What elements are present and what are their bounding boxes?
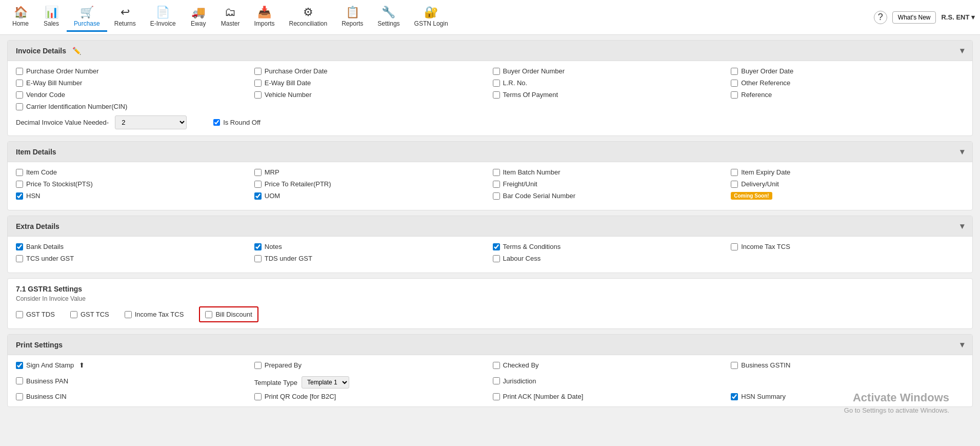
checkbox-business-gstin[interactable] — [731, 362, 738, 369]
field-prepared-by[interactable]: Prepared By — [254, 361, 488, 369]
invoice-details-header[interactable]: Invoice Details ✏️ ▾ — [8, 41, 972, 61]
checkbox-item-code[interactable] — [16, 169, 23, 176]
checkbox-business-cin[interactable] — [16, 393, 23, 400]
nav-eway[interactable]: 🚚 Eway — [183, 3, 214, 32]
field-lr-no[interactable]: L.R. No. — [493, 79, 726, 87]
checkbox-vehicle-number[interactable] — [254, 91, 262, 99]
field-gst-tcs[interactable]: GST TCS — [70, 311, 109, 318]
field-labour-cess[interactable]: Labour Cess — [493, 255, 726, 262]
checkbox-jurisdiction[interactable] — [493, 377, 500, 384]
field-checked-by[interactable]: Checked By — [493, 361, 726, 369]
checkbox-item-batch-number[interactable] — [493, 169, 500, 176]
extra-details-header[interactable]: Extra Details ▾ — [8, 216, 972, 237]
field-business-cin[interactable]: Business CIN — [16, 393, 249, 400]
item-details-header[interactable]: Item Details ▾ — [8, 142, 972, 162]
field-buyer-order-date[interactable]: Buyer Order Date — [731, 67, 964, 75]
whats-new-button[interactable]: What's New — [892, 11, 936, 24]
field-hsn[interactable]: HSN — [16, 192, 249, 200]
checkbox-hsn-summary[interactable] — [731, 393, 738, 400]
nav-gstn[interactable]: 🔐 GSTN Login — [407, 3, 455, 32]
checkbox-print-qr-code[interactable] — [254, 393, 262, 400]
checkbox-uom[interactable] — [254, 192, 262, 200]
checkbox-buyer-order-number[interactable] — [493, 68, 500, 75]
field-print-ack[interactable]: Print ACK [Number & Date] — [493, 393, 726, 400]
checkbox-reference[interactable] — [731, 91, 738, 99]
help-button[interactable]: ? — [874, 11, 887, 24]
field-business-gstin[interactable]: Business GSTIN — [731, 361, 964, 369]
checkbox-terms-of-payment[interactable] — [493, 91, 500, 99]
nav-einvoice[interactable]: 📄 E-Invoice — [143, 3, 183, 32]
user-menu-button[interactable]: R.S. ENT ▾ — [941, 13, 975, 21]
field-income-tax-tcs-gstr[interactable]: Income Tax TCS — [125, 311, 184, 318]
field-uom[interactable]: UOM — [254, 192, 488, 200]
field-print-qr-code[interactable]: Print QR Code [for B2C] — [254, 393, 488, 400]
field-reference[interactable]: Reference — [731, 91, 964, 99]
field-terms-of-payment[interactable]: Terms Of Payment — [493, 91, 726, 99]
checkbox-notes[interactable] — [254, 243, 262, 250]
checkbox-round-off[interactable] — [213, 119, 220, 126]
field-price-to-retailer[interactable]: Price To Retailer(PTR) — [254, 180, 488, 188]
checkbox-carrier-identification[interactable] — [16, 103, 23, 110]
checkbox-purchase-order-number[interactable] — [16, 68, 23, 75]
field-item-batch-number[interactable]: Item Batch Number — [493, 168, 726, 176]
field-eway-bill-number[interactable]: E-Way Bill Number — [16, 79, 249, 87]
nav-master[interactable]: 🗂 Master — [214, 3, 247, 32]
checkbox-item-expiry-date[interactable] — [731, 169, 738, 176]
checkbox-labour-cess[interactable] — [493, 255, 500, 262]
checkbox-gst-tds[interactable] — [16, 311, 23, 318]
print-settings-header[interactable]: Print Settings ▾ — [8, 335, 972, 355]
checkbox-price-to-stockist[interactable] — [16, 181, 23, 188]
checkbox-other-reference[interactable] — [731, 80, 738, 87]
checkbox-bar-code-serial[interactable] — [493, 192, 500, 200]
field-vendor-code[interactable]: Vendor Code — [16, 91, 249, 99]
field-item-code[interactable]: Item Code — [16, 168, 249, 176]
field-item-expiry-date[interactable]: Item Expiry Date — [731, 168, 964, 176]
field-price-to-stockist[interactable]: Price To Stockist(PTS) — [16, 180, 249, 188]
checkbox-bill-discount[interactable] — [205, 311, 212, 318]
field-purchase-order-date[interactable]: Purchase Order Date — [254, 67, 488, 75]
field-terms-conditions[interactable]: Terms & Conditions — [493, 243, 726, 250]
field-bar-code-serial[interactable]: Bar Code Serial Number — [493, 192, 726, 200]
nav-settings[interactable]: 🔧 Settings — [370, 3, 407, 32]
nav-reconciliation[interactable]: ⚙ Reconciliation — [282, 3, 334, 32]
upload-icon[interactable]: ⬆ — [79, 361, 85, 369]
checkbox-lr-no[interactable] — [493, 80, 500, 87]
field-other-reference[interactable]: Other Reference — [731, 79, 964, 87]
field-mrp[interactable]: MRP — [254, 168, 488, 176]
nav-home[interactable]: 🏠 Home — [5, 3, 36, 32]
field-gst-tds[interactable]: GST TDS — [16, 311, 55, 318]
decimal-select[interactable]: 2 0 1 3 4 — [115, 115, 187, 129]
nav-purchase[interactable]: 🛒 Purchase — [67, 3, 107, 32]
checkbox-vendor-code[interactable] — [16, 91, 23, 99]
field-tds-under-gst[interactable]: TDS under GST — [254, 255, 488, 262]
field-notes[interactable]: Notes — [254, 243, 488, 250]
field-buyer-order-number[interactable]: Buyer Order Number — [493, 67, 726, 75]
field-jurisdiction[interactable]: Jurisdiction — [493, 373, 726, 389]
checkbox-price-to-retailer[interactable] — [254, 181, 262, 188]
checkbox-tds-under-gst[interactable] — [254, 255, 262, 262]
checkbox-hsn[interactable] — [16, 192, 23, 200]
field-sign-and-stamp[interactable]: Sign And Stamp ⬆ — [16, 361, 249, 369]
field-tcs-under-gst[interactable]: TCS under GST — [16, 255, 249, 262]
field-round-off[interactable]: Is Round Off — [213, 119, 261, 126]
checkbox-income-tax-tcs[interactable] — [731, 243, 738, 250]
checkbox-eway-bill-date[interactable] — [254, 80, 262, 87]
field-bill-discount[interactable]: Bill Discount — [205, 311, 252, 318]
field-freight-unit[interactable]: Freight/Unit — [493, 180, 726, 188]
nav-reports[interactable]: 📋 Reports — [334, 3, 370, 32]
checkbox-mrp[interactable] — [254, 169, 262, 176]
checkbox-buyer-order-date[interactable] — [731, 68, 738, 75]
checkbox-business-pan[interactable] — [16, 377, 23, 384]
field-eway-bill-date[interactable]: E-Way Bill Date — [254, 79, 488, 87]
field-business-pan[interactable]: Business PAN — [16, 373, 249, 389]
checkbox-terms-conditions[interactable] — [493, 243, 500, 250]
field-delivery-unit[interactable]: Delivery/Unit — [731, 180, 964, 188]
edit-icon[interactable]: ✏️ — [72, 47, 81, 55]
template-type-select[interactable]: Template 1 Template 2 Template 3 — [302, 376, 349, 389]
field-carrier-identification[interactable]: Carrier Identification Number(CIN) — [16, 103, 249, 110]
field-purchase-order-number[interactable]: Purchase Order Number — [16, 67, 249, 75]
checkbox-checked-by[interactable] — [493, 362, 500, 369]
nav-sales[interactable]: 📊 Sales — [36, 3, 67, 32]
checkbox-income-tax-tcs-gstr[interactable] — [125, 311, 132, 318]
checkbox-print-ack[interactable] — [493, 393, 500, 400]
